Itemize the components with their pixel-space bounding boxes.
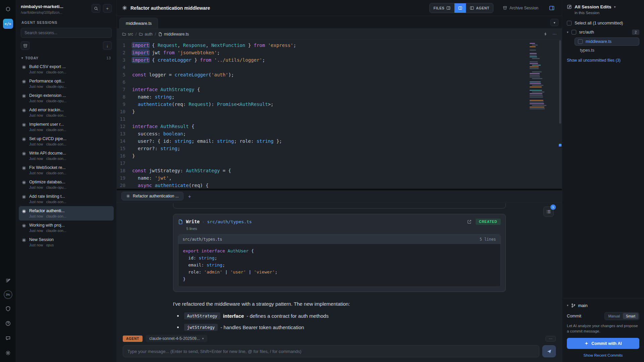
session-item[interactable]: Refactor authenti...Just nowclaude-son..… [19, 206, 114, 221]
session-item[interactable]: Optimize databas...Just nowclaude-opu... [19, 177, 114, 192]
usage-percent: 3% [6, 293, 10, 296]
file-checkbox[interactable] [578, 39, 583, 44]
code-line: 5const logger = createLogger('auth'); [117, 71, 562, 78]
workspace-path: /var/folders/nq/100p8zcn... [21, 10, 89, 14]
session-item[interactable]: Performance opti...Just nowclaude-opu... [19, 76, 114, 91]
usage-meter[interactable]: 3% [4, 290, 12, 299]
minimap[interactable] [528, 42, 556, 111]
session-item[interactable]: Implement user r...Just nowclaude-son... [19, 120, 114, 134]
archive-filter-icon[interactable] [21, 41, 30, 50]
session-item[interactable]: Add rate limiting t...Just nowclaude-son… [19, 192, 114, 206]
quick-actions-lightning-icon[interactable] [543, 32, 548, 36]
message-input[interactable] [123, 345, 539, 357]
editor-tab-middleware[interactable]: middleware.ts [119, 18, 158, 28]
code-line: 12interface AuthResult { [117, 123, 562, 130]
session-model: claude-son... [46, 214, 66, 218]
tool-file-path[interactable]: src/auth/types.ts [207, 219, 252, 224]
code-lines: 1import { Request, Response, NextFunctio… [117, 40, 562, 189]
editor-more-menu[interactable]: ⋯ [552, 32, 556, 37]
code-preview-block: src/auth/types.ts 5 lines export interfa… [178, 234, 501, 287]
folder-checkbox[interactable] [572, 30, 576, 35]
split-view-button[interactable] [454, 3, 466, 13]
show-recent-commits-link[interactable]: Show Recent Commits [567, 349, 639, 357]
select-all-checkbox[interactable] [567, 21, 572, 25]
search-sessions-input[interactable] [21, 28, 112, 38]
session-item[interactable]: Working with proj...Just nowclaude-son..… [19, 221, 114, 235]
session-model: claude-opu... [46, 84, 66, 88]
select-all-label: Select all (1 uncommitted) [575, 21, 623, 25]
line-number: 17 [117, 160, 132, 167]
breadcrumb-src[interactable]: src [122, 32, 133, 37]
agent-view-button[interactable]: AGENT [466, 3, 493, 13]
session-time: Just now [29, 113, 43, 117]
line-number: 9 [117, 101, 132, 108]
chevron-down-icon[interactable]: ▾ [614, 5, 616, 9]
code-line: 3import { createLogger } from '../utils/… [117, 56, 562, 64]
session-item[interactable]: Write API docume...Just nowclaude-son... [19, 148, 114, 163]
search-icon[interactable] [92, 4, 100, 13]
code-line: 1import { Request, Response, NextFunctio… [117, 42, 562, 49]
session-edits-icon [567, 4, 572, 9]
model-name: claude-sonnet-4-5-202509... [149, 336, 200, 341]
session-title: Add error trackin... [29, 108, 111, 112]
chevron-down-icon: ▾ [567, 31, 569, 34]
help-icon[interactable] [3, 318, 13, 328]
outline-list-button[interactable]: 1 [543, 206, 554, 217]
show-uncommitted-link[interactable]: Show all uncommitted files (3) [562, 53, 644, 67]
send-button[interactable] [542, 345, 556, 357]
archive-session-button[interactable]: Archive Session [499, 4, 542, 12]
session-item[interactable]: Set up CI/CD pipe...Just nowclaude-son..… [19, 134, 114, 148]
session-item[interactable]: Design extension ...Just nowclaude-opu..… [19, 91, 114, 105]
app-logo-icon [3, 4, 13, 14]
chat-tab[interactable]: Refactor authentication ... [121, 192, 183, 200]
breadcrumb-separator: / [155, 32, 156, 37]
file-row-middleware[interactable]: middleware.ts [575, 38, 639, 46]
workspace-name: nimbalyst-marketi... [21, 4, 89, 9]
tool-call-card: Write · src/auth/types.ts CREATED 5 line… [173, 214, 506, 292]
shield-icon[interactable] [3, 304, 13, 314]
scrollbar-marker [559, 144, 561, 146]
sort-download-icon[interactable]: ↓ [103, 41, 112, 50]
composer-more-button[interactable]: ⋯ [545, 336, 556, 342]
chevron-down-icon: ▾ [202, 337, 204, 340]
breadcrumb-auth[interactable]: auth [139, 32, 152, 37]
feedback-icon[interactable] [3, 333, 13, 343]
commit-section: ▾ main Commit Manual Smart Let AI analyz… [562, 298, 644, 362]
new-session-button[interactable]: + [103, 4, 112, 13]
claude-spark-icon [22, 94, 26, 98]
new-chat-tab-button[interactable]: + [187, 193, 193, 199]
branch-row[interactable]: ▾ main [567, 302, 639, 311]
commit-mode-smart[interactable]: Smart [623, 313, 638, 319]
toggle-right-panel-button[interactable] [547, 3, 556, 13]
file-row-types[interactable]: types.ts [580, 48, 639, 53]
sessions-sidebar: nimbalyst-marketi... /var/folders/nq/100… [16, 0, 117, 362]
commit-with-ai-button[interactable]: Commit with AI [567, 338, 639, 349]
code-line: 11 [117, 115, 562, 123]
session-item[interactable]: Build CSV export ...Just nowclaude-son..… [19, 62, 114, 76]
tab-overflow-button[interactable]: ▾ [550, 19, 558, 26]
model-selector[interactable]: claude-sonnet-4-5-202509... ▾ [146, 335, 207, 342]
session-group-header[interactable]: ▾ TODAY 13 [16, 52, 116, 62]
split-panel-icon [458, 6, 462, 10]
session-item[interactable]: Add error trackin...Just nowclaude-son..… [19, 105, 114, 120]
line-number: 11 [117, 115, 132, 123]
open-external-icon[interactable] [467, 220, 472, 224]
code-line: 15 error?: string; [117, 145, 562, 152]
commit-mode-manual[interactable]: Manual [605, 313, 623, 319]
folder-row[interactable]: ▾ src/auth 2 [562, 27, 644, 37]
chat-tab-label: Refactor authentication ... [133, 194, 179, 198]
chat-transcript: Write · src/auth/types.ts CREATED 5 line… [117, 202, 562, 332]
agent-view-label: AGENT [476, 6, 489, 10]
claude-spark-icon [122, 5, 127, 10]
settings-gear-icon[interactable] [3, 348, 13, 358]
line-number: 20 [117, 182, 132, 189]
claude-spark-icon [22, 180, 26, 185]
claude-spark-icon [22, 209, 26, 214]
session-item[interactable]: New SessionJust nowopus [19, 235, 114, 249]
breadcrumb-file[interactable]: middleware.ts [158, 32, 189, 37]
scrollbar-thumb[interactable] [559, 40, 561, 124]
code-workspace-button[interactable]: </> [3, 19, 13, 29]
session-item[interactable]: Fix WebSocket re...Just nowclaude-son... [19, 163, 114, 177]
files-view-button[interactable]: FILES [430, 3, 454, 13]
compose-icon[interactable] [3, 276, 13, 286]
